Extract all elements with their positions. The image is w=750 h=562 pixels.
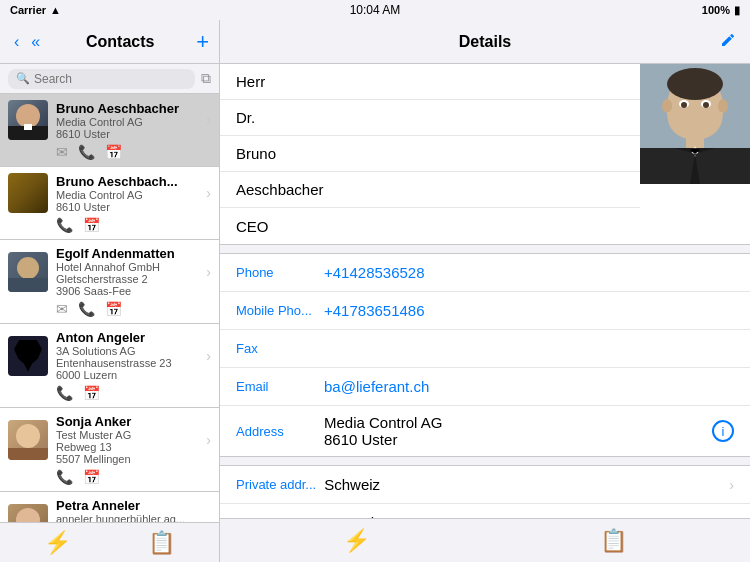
firstname-row: Bruno [220,136,640,172]
lastname-value: Aeschbacher [236,181,324,198]
contact-info-1: Bruno Aeschbacher Media Control AG 8610 … [56,101,202,140]
carrier-label: Carrier [10,4,46,16]
private-address-row[interactable]: Private addr... Schweiz › [220,466,750,504]
mobile-value[interactable]: +41783651486 [324,302,734,319]
contact-item-3[interactable]: Egolf Andenmatten Hotel Annahof GmbH Gle… [0,240,219,324]
contact-name-3: Egolf Andenmatten [56,246,202,261]
right-bottom-bar: ⚡ 📋 [220,518,750,562]
email-row[interactable]: Email ba@lieferant.ch [220,368,750,406]
avatar-2 [8,173,48,213]
mobile-row[interactable]: Mobile Pho... +41783651486 [220,292,750,330]
svg-point-7 [681,102,687,108]
private-address-label: Private addr... [236,477,316,492]
right-nav-bar: Details [220,20,750,64]
contact-row-main-6[interactable]: Petra Anneler anneler hungerbühler ag...… [0,492,219,522]
detail-top-section: Herr Dr. Bruno Aeschbacher CEO [220,64,750,245]
left-nav-bar: ‹ « Contacts + [0,20,219,64]
lightning-button-right[interactable]: ⚡ [343,528,370,554]
address-value: Media Control AG 8610 Uster [324,414,704,448]
contacts-title: Contacts [48,33,192,51]
contact-actions-1: ✉ 📞 📅 [0,142,219,166]
contact-item-4[interactable]: Anton Angeler 3A Solutions AG Entenhause… [0,324,219,408]
contact-name-4: Anton Angeler [56,330,202,345]
contact-actions-2: 📞 📅 [0,215,219,239]
search-bar: 🔍 ⧉ [0,64,219,94]
left-panel: ‹ « Contacts + 🔍 ⧉ [0,20,220,562]
search-input-wrap: 🔍 [8,69,195,89]
lightning-button-left[interactable]: ⚡ [44,530,71,556]
address-row[interactable]: Address Media Control AG 8610 Uster i [220,406,750,456]
contact-chevron-1: › [206,112,211,128]
contact-company-3: Hotel Annahof GmbH [56,261,202,273]
contact-item-6[interactable]: Petra Anneler anneler hungerbühler ag...… [0,492,219,522]
email-icon-1[interactable]: ✉ [56,144,68,160]
note-button-right[interactable]: 📋 [600,528,627,554]
email-icon-3[interactable]: ✉ [56,301,68,317]
svg-point-3 [662,99,672,113]
fax-label: Fax [236,341,316,356]
phone-icon-4[interactable]: 📞 [56,385,73,401]
contact-row-main-3[interactable]: Egolf Andenmatten Hotel Annahof GmbH Gle… [0,240,219,299]
phone-icon-1[interactable]: 📞 [78,144,95,160]
contact-actions-4: 📞 📅 [0,383,219,407]
contact-row-main-2[interactable]: Bruno Aeschbach... Media Control AG 8610… [0,167,219,215]
contact-row-main-1[interactable]: Bruno Aeschbacher Media Control AG 8610 … [0,94,219,142]
contact-street-4: Entenhausenstrasse 23 [56,357,202,369]
details-title: Details [459,33,511,51]
contact-address-2: 8610 Uster [56,201,202,213]
right-panel: Details Herr Dr. [220,20,750,562]
calendar-icon-2[interactable]: 📅 [83,217,100,233]
status-bar: Carrier ▲ 10:04 AM 100% ▮ [0,0,750,20]
contact-item-5[interactable]: Sonja Anker Test Muster AG Rebweg 13 550… [0,408,219,492]
back-button[interactable]: ‹ [10,31,23,53]
calendar-icon-5[interactable]: 📅 [83,469,100,485]
left-bottom-bar: ⚡ 📋 [0,522,219,562]
double-back-button[interactable]: « [27,31,44,53]
svg-marker-14 [695,148,750,184]
salutation-row: Herr [220,64,640,100]
fax-row[interactable]: Fax [220,330,750,368]
mobile-label: Mobile Pho... [236,303,316,318]
contact-row-main-5[interactable]: Sonja Anker Test Muster AG Rebweg 13 550… [0,408,219,467]
salutation-value: Herr [236,73,265,90]
contact-address-3: 3906 Saas-Fee [56,285,202,297]
address-line1: Media Control AG [324,414,442,431]
avatar-1 [8,100,48,140]
svg-point-8 [703,102,709,108]
contact-info-5: Sonja Anker Test Muster AG Rebweg 13 550… [56,414,202,465]
calendar-icon-1[interactable]: 📅 [105,144,122,160]
lastname-row: Aeschbacher [220,172,640,208]
phone-value[interactable]: +41428536528 [324,264,734,281]
note-button-left[interactable]: 📋 [148,530,175,556]
title-row: Dr. [220,100,640,136]
contact-actions-3: ✉ 📞 📅 [0,299,219,323]
phone-icon-5[interactable]: 📞 [56,469,73,485]
app-container: Carrier ▲ 10:04 AM 100% ▮ ‹ « Contacts +… [0,0,750,562]
status-left: Carrier ▲ [10,4,61,16]
filter-icon[interactable]: ⧉ [201,70,211,87]
search-input[interactable] [34,72,187,86]
calendar-icon-4[interactable]: 📅 [83,385,100,401]
contact-row-main-4[interactable]: Anton Angeler 3A Solutions AG Entenhause… [0,324,219,383]
phone-icon-2[interactable]: 📞 [56,217,73,233]
contact-name-6: Petra Anneler [56,498,202,513]
contact-name-2: Bruno Aeschbach... [56,174,202,189]
title-value: Dr. [236,109,255,126]
edit-button[interactable] [720,30,738,53]
add-contact-button[interactable]: + [196,31,209,53]
contact-address-5: 5507 Mellingen [56,453,202,465]
firstname-value: Bruno [236,145,276,162]
contact-info-2: Bruno Aeschbach... Media Control AG 8610… [56,174,202,213]
calendar-icon-3[interactable]: 📅 [105,301,122,317]
email-value[interactable]: ba@lieferant.ch [324,378,734,395]
contact-item-1[interactable]: Bruno Aeschbacher Media Control AG 8610 … [0,94,219,167]
phone-icon-3[interactable]: 📞 [78,301,95,317]
position-row: CEO [220,208,640,244]
contact-item-2[interactable]: Bruno Aeschbach... Media Control AG 8610… [0,167,219,240]
contact-photo [640,64,750,184]
address-line2: 8610 Uster [324,431,397,448]
phone-row[interactable]: Phone +41428536528 [220,254,750,292]
address-info-button[interactable]: i [712,420,734,442]
avatar-6 [8,504,48,523]
battery-icon: ▮ [734,4,740,17]
